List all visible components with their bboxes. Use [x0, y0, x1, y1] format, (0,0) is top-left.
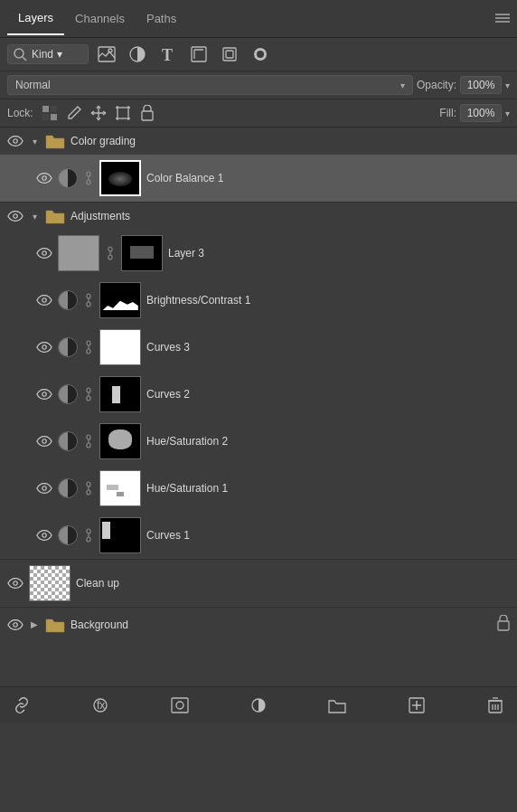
blend-mode-dropdown[interactable]: Normal ▾ — [7, 75, 413, 95]
new-layer-button[interactable] — [406, 694, 428, 716]
svg-rect-29 — [108, 255, 112, 260]
add-adjustment-button[interactable] — [248, 694, 269, 716]
svg-point-34 — [42, 345, 47, 350]
visibility-toggle-curves-2[interactable] — [36, 386, 52, 402]
thumb-cleanup[interactable] — [29, 565, 70, 601]
visibility-toggle-hue-saturation-2[interactable] — [36, 433, 52, 449]
thumb-hue-saturation-1[interactable] — [99, 470, 141, 506]
layer-item-hue-saturation-1[interactable]: Hue/Saturation 1 — [0, 465, 517, 512]
opacity-chevron[interactable]: ▾ — [505, 80, 510, 90]
svg-rect-37 — [87, 349, 90, 354]
group-expand-chevron-color-grading[interactable]: ▾ — [29, 136, 40, 146]
layer-item-curves-2[interactable]: Curves 2 — [0, 371, 517, 418]
layer-item-brightness-contrast-1[interactable]: Brightness/Contrast 1 — [0, 277, 517, 324]
visibility-toggle-curves-1[interactable] — [36, 527, 52, 543]
chain-icon-hue-saturation-1 — [83, 479, 94, 497]
visibility-toggle-curves-3[interactable] — [36, 339, 52, 355]
filter-smart-icon[interactable] — [217, 42, 242, 66]
opacity-value[interactable]: 100% — [460, 76, 502, 94]
panel-menu-button[interactable] — [495, 11, 510, 27]
lock-paint-button[interactable] — [64, 103, 84, 123]
visibility-toggle-cleanup[interactable] — [7, 575, 24, 591]
group-expand-chevron-background[interactable]: ▶ — [29, 619, 40, 630]
svg-point-30 — [42, 298, 47, 303]
add-style-button[interactable]: fx — [89, 694, 111, 716]
svg-point-54 — [14, 581, 18, 586]
opacity-label: Opacity: — [417, 79, 456, 91]
lock-position-button[interactable] — [89, 103, 108, 123]
add-mask-button[interactable] — [169, 694, 191, 716]
filter-type-icon[interactable]: T — [155, 42, 181, 66]
fill-chevron[interactable]: ▾ — [505, 109, 510, 118]
svg-rect-18 — [118, 108, 128, 118]
folder-icon-color-grading — [45, 133, 65, 149]
thumb-mask-layer-3[interactable] — [121, 235, 163, 271]
svg-text:fx: fx — [97, 699, 105, 712]
svg-rect-17 — [51, 114, 57, 120]
thumb-brightness-contrast-1[interactable] — [99, 282, 141, 318]
group-name-color-grading: Color grading — [70, 135, 136, 147]
visibility-toggle-layer-3[interactable] — [36, 245, 52, 261]
filter-adjustment-icon[interactable] — [125, 42, 150, 66]
svg-point-3 — [14, 49, 24, 58]
layer-item-cleanup[interactable]: Clean up — [0, 560, 517, 607]
filter-fill-icon[interactable] — [248, 42, 273, 66]
thumb-curves-1[interactable] — [99, 517, 141, 553]
fill-group: Fill: 100% ▾ — [439, 104, 510, 122]
svg-point-60 — [176, 702, 183, 709]
svg-rect-59 — [172, 698, 188, 713]
search-icon — [14, 48, 28, 61]
svg-rect-47 — [87, 482, 90, 486]
svg-point-26 — [42, 251, 47, 256]
thumb-curves-3[interactable] — [99, 329, 141, 365]
adjustment-icon-color-balance-1 — [58, 168, 78, 188]
visibility-toggle-color-grading[interactable] — [7, 133, 24, 149]
tab-layers[interactable]: Layers — [7, 2, 64, 35]
link-layers-button[interactable] — [11, 694, 33, 716]
layer-item-color-balance-1[interactable]: Color Balance 1 — [0, 155, 517, 202]
group-header-adjustments[interactable]: ▾ Adjustments — [0, 203, 517, 230]
adjustment-icon-curves-2 — [58, 384, 78, 404]
thumb-hue-saturation-2[interactable] — [99, 423, 141, 459]
group-expand-chevron-adjustments[interactable]: ▾ — [29, 211, 40, 222]
layer-name-curves-2: Curves 2 — [146, 388, 510, 401]
visibility-toggle-adjustments[interactable] — [7, 208, 24, 224]
visibility-toggle-brightness-contrast-1[interactable] — [36, 292, 52, 308]
blend-mode-label: Normal — [15, 79, 51, 91]
svg-rect-33 — [87, 302, 90, 307]
new-group-button[interactable] — [326, 694, 348, 716]
visibility-toggle-color-balance-1[interactable] — [36, 170, 52, 186]
filter-shape-icon[interactable] — [186, 42, 212, 66]
blend-mode-chevron: ▾ — [400, 80, 405, 90]
kind-dropdown[interactable]: Kind ▾ — [7, 44, 89, 64]
thumb-layer-3[interactable] — [58, 235, 99, 271]
lock-artboard-button[interactable] — [113, 103, 133, 123]
svg-rect-31 — [87, 294, 90, 298]
fill-label: Fill: — [439, 107, 456, 119]
layer-name-curves-1: Curves 1 — [146, 529, 510, 542]
visibility-toggle-hue-saturation-1[interactable] — [36, 480, 52, 496]
layer-item-background[interactable]: ▶ Background — [0, 608, 517, 641]
fill-value[interactable]: 100% — [460, 104, 502, 122]
delete-layer-button[interactable] — [484, 694, 506, 716]
bottom-toolbar: fx — [0, 686, 517, 723]
layer-name-hue-saturation-2: Hue/Saturation 2 — [146, 435, 510, 448]
filter-pixel-icon[interactable] — [94, 42, 119, 66]
layer-item-hue-saturation-2[interactable]: Hue/Saturation 2 — [0, 418, 517, 465]
layer-item-layer-3[interactable]: Layer 3 — [0, 230, 517, 277]
layer-item-curves-3[interactable]: Curves 3 — [0, 324, 517, 371]
visibility-toggle-background[interactable] — [7, 617, 24, 633]
svg-rect-53 — [87, 537, 90, 542]
thumb-color-balance-1[interactable] — [99, 160, 141, 196]
svg-rect-51 — [87, 529, 90, 533]
group-header-color-grading[interactable]: ▾ Color grading — [0, 127, 517, 155]
lock-all-button[interactable] — [137, 103, 157, 123]
thumb-curves-2[interactable] — [99, 376, 141, 412]
svg-rect-45 — [87, 443, 90, 448]
tab-paths[interactable]: Paths — [136, 3, 187, 34]
tab-channels[interactable]: Channels — [64, 3, 136, 34]
layers-list: ▾ Color grading Color Balance 1 ▾ Adjust… — [0, 127, 517, 641]
lock-pixel-button[interactable] — [40, 103, 60, 123]
layer-item-curves-1[interactable]: Curves 1 — [0, 512, 517, 559]
svg-rect-10 — [223, 48, 236, 61]
